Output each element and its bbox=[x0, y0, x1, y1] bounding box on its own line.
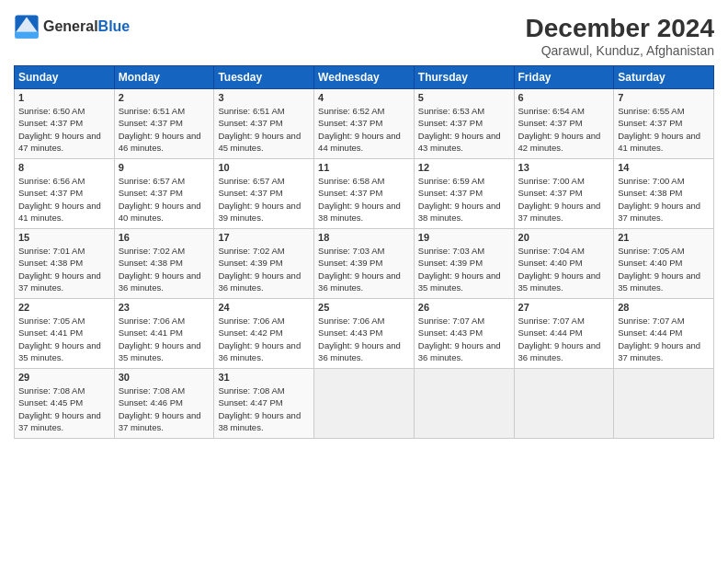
day-number: 10 bbox=[218, 162, 310, 173]
page: GeneralBlue December 2024 Qarawul, Kundu… bbox=[0, 0, 728, 563]
day-info: Sunrise: 7:07 AMSunset: 4:43 PMDaylight:… bbox=[418, 315, 510, 363]
table-row: 21Sunrise: 7:05 AMSunset: 4:40 PMDayligh… bbox=[614, 229, 714, 299]
month-year: December 2024 bbox=[526, 14, 714, 43]
day-info: Sunrise: 7:08 AMSunset: 4:47 PMDaylight:… bbox=[218, 385, 310, 433]
table-row: 7Sunrise: 6:55 AMSunset: 4:37 PMDaylight… bbox=[614, 89, 714, 159]
table-row: 4Sunrise: 6:52 AMSunset: 4:37 PMDaylight… bbox=[314, 89, 415, 159]
col-monday: Monday bbox=[114, 66, 214, 89]
day-info: Sunrise: 6:59 AMSunset: 4:37 PMDaylight:… bbox=[418, 175, 510, 224]
table-row bbox=[614, 369, 714, 439]
table-row bbox=[514, 369, 614, 439]
table-row: 28Sunrise: 7:07 AMSunset: 4:44 PMDayligh… bbox=[614, 299, 714, 369]
table-row: 17Sunrise: 7:02 AMSunset: 4:39 PMDayligh… bbox=[214, 229, 314, 299]
day-number: 7 bbox=[618, 92, 710, 103]
calendar-week-2: 8Sunrise: 6:56 AMSunset: 4:37 PMDaylight… bbox=[15, 159, 714, 229]
table-row: 31Sunrise: 7:08 AMSunset: 4:47 PMDayligh… bbox=[214, 369, 314, 439]
day-info: Sunrise: 7:08 AMSunset: 4:45 PMDaylight:… bbox=[18, 385, 110, 433]
day-info: Sunrise: 7:03 AMSunset: 4:39 PMDaylight:… bbox=[318, 245, 410, 293]
logo: GeneralBlue bbox=[14, 14, 130, 40]
logo-general: General bbox=[43, 18, 98, 34]
svg-rect-2 bbox=[15, 32, 38, 39]
day-info: Sunrise: 6:54 AMSunset: 4:37 PMDaylight:… bbox=[518, 105, 610, 154]
table-row: 1Sunrise: 6:50 AMSunset: 4:37 PMDaylight… bbox=[15, 89, 115, 159]
table-row: 13Sunrise: 7:00 AMSunset: 4:37 PMDayligh… bbox=[514, 159, 614, 229]
col-friday: Friday bbox=[514, 66, 614, 89]
day-info: Sunrise: 6:56 AMSunset: 4:37 PMDaylight:… bbox=[18, 175, 110, 224]
day-info: Sunrise: 6:51 AMSunset: 4:37 PMDaylight:… bbox=[119, 105, 210, 154]
title-block: December 2024 Qarawul, Kunduz, Afghanist… bbox=[526, 14, 714, 58]
table-row: 29Sunrise: 7:08 AMSunset: 4:45 PMDayligh… bbox=[15, 369, 115, 439]
col-tuesday: Tuesday bbox=[214, 66, 314, 89]
table-row: 16Sunrise: 7:02 AMSunset: 4:38 PMDayligh… bbox=[114, 229, 214, 299]
day-info: Sunrise: 6:57 AMSunset: 4:37 PMDaylight:… bbox=[218, 175, 310, 224]
table-row: 3Sunrise: 6:51 AMSunset: 4:37 PMDaylight… bbox=[214, 89, 314, 159]
day-number: 14 bbox=[618, 162, 710, 173]
table-row: 22Sunrise: 7:05 AMSunset: 4:41 PMDayligh… bbox=[15, 299, 115, 369]
day-info: Sunrise: 7:06 AMSunset: 4:42 PMDaylight:… bbox=[218, 315, 310, 363]
logo-icon bbox=[14, 14, 40, 40]
day-info: Sunrise: 7:01 AMSunset: 4:38 PMDaylight:… bbox=[18, 245, 110, 293]
day-number: 26 bbox=[418, 302, 510, 313]
table-row: 10Sunrise: 6:57 AMSunset: 4:37 PMDayligh… bbox=[214, 159, 314, 229]
location: Qarawul, Kunduz, Afghanistan bbox=[526, 43, 714, 58]
day-number: 11 bbox=[318, 162, 410, 173]
day-number: 6 bbox=[518, 92, 610, 103]
day-number: 4 bbox=[318, 92, 410, 103]
day-info: Sunrise: 7:08 AMSunset: 4:46 PMDaylight:… bbox=[119, 385, 210, 433]
calendar-week-3: 15Sunrise: 7:01 AMSunset: 4:38 PMDayligh… bbox=[15, 229, 714, 299]
table-row: 20Sunrise: 7:04 AMSunset: 4:40 PMDayligh… bbox=[514, 229, 614, 299]
day-number: 8 bbox=[18, 162, 110, 173]
day-number: 22 bbox=[18, 302, 110, 313]
col-thursday: Thursday bbox=[414, 66, 514, 89]
calendar-table: Sunday Monday Tuesday Wednesday Thursday… bbox=[14, 65, 714, 439]
day-number: 5 bbox=[418, 92, 510, 103]
day-number: 28 bbox=[618, 302, 710, 313]
day-number: 1 bbox=[18, 92, 110, 103]
day-number: 17 bbox=[218, 232, 310, 243]
table-row: 5Sunrise: 6:53 AMSunset: 4:37 PMDaylight… bbox=[414, 89, 514, 159]
day-info: Sunrise: 6:51 AMSunset: 4:37 PMDaylight:… bbox=[218, 105, 310, 154]
table-row: 15Sunrise: 7:01 AMSunset: 4:38 PMDayligh… bbox=[15, 229, 115, 299]
day-number: 24 bbox=[218, 302, 310, 313]
day-info: Sunrise: 7:05 AMSunset: 4:40 PMDaylight:… bbox=[618, 245, 710, 293]
day-info: Sunrise: 7:07 AMSunset: 4:44 PMDaylight:… bbox=[618, 315, 710, 363]
table-row bbox=[314, 369, 415, 439]
day-info: Sunrise: 6:55 AMSunset: 4:37 PMDaylight:… bbox=[618, 105, 710, 154]
day-number: 12 bbox=[418, 162, 510, 173]
day-info: Sunrise: 6:53 AMSunset: 4:37 PMDaylight:… bbox=[418, 105, 510, 154]
day-number: 15 bbox=[18, 232, 110, 243]
day-number: 19 bbox=[418, 232, 510, 243]
day-number: 20 bbox=[518, 232, 610, 243]
day-info: Sunrise: 7:03 AMSunset: 4:39 PMDaylight:… bbox=[418, 245, 510, 293]
day-info: Sunrise: 7:06 AMSunset: 4:41 PMDaylight:… bbox=[119, 315, 210, 363]
day-info: Sunrise: 7:05 AMSunset: 4:41 PMDaylight:… bbox=[18, 315, 110, 363]
table-row: 24Sunrise: 7:06 AMSunset: 4:42 PMDayligh… bbox=[214, 299, 314, 369]
table-row: 27Sunrise: 7:07 AMSunset: 4:44 PMDayligh… bbox=[514, 299, 614, 369]
table-row: 23Sunrise: 7:06 AMSunset: 4:41 PMDayligh… bbox=[114, 299, 214, 369]
day-number: 13 bbox=[518, 162, 610, 173]
header-row: Sunday Monday Tuesday Wednesday Thursday… bbox=[15, 66, 714, 89]
day-info: Sunrise: 7:00 AMSunset: 4:37 PMDaylight:… bbox=[518, 175, 610, 224]
day-number: 23 bbox=[119, 302, 210, 313]
day-info: Sunrise: 7:04 AMSunset: 4:40 PMDaylight:… bbox=[518, 245, 610, 293]
col-sunday: Sunday bbox=[15, 66, 115, 89]
day-number: 18 bbox=[318, 232, 410, 243]
day-number: 21 bbox=[618, 232, 710, 243]
table-row: 14Sunrise: 7:00 AMSunset: 4:38 PMDayligh… bbox=[614, 159, 714, 229]
calendar-week-5: 29Sunrise: 7:08 AMSunset: 4:45 PMDayligh… bbox=[15, 369, 714, 439]
day-number: 30 bbox=[119, 372, 210, 383]
table-row: 19Sunrise: 7:03 AMSunset: 4:39 PMDayligh… bbox=[414, 229, 514, 299]
col-wednesday: Wednesday bbox=[314, 66, 415, 89]
day-info: Sunrise: 7:02 AMSunset: 4:39 PMDaylight:… bbox=[218, 245, 310, 293]
table-row: 30Sunrise: 7:08 AMSunset: 4:46 PMDayligh… bbox=[114, 369, 214, 439]
day-number: 29 bbox=[18, 372, 110, 383]
table-row: 26Sunrise: 7:07 AMSunset: 4:43 PMDayligh… bbox=[414, 299, 514, 369]
table-row: 8Sunrise: 6:56 AMSunset: 4:37 PMDaylight… bbox=[15, 159, 115, 229]
table-row: 25Sunrise: 7:06 AMSunset: 4:43 PMDayligh… bbox=[314, 299, 415, 369]
day-info: Sunrise: 7:02 AMSunset: 4:38 PMDaylight:… bbox=[119, 245, 210, 293]
day-info: Sunrise: 6:50 AMSunset: 4:37 PMDaylight:… bbox=[18, 105, 110, 154]
header: GeneralBlue December 2024 Qarawul, Kundu… bbox=[14, 14, 714, 58]
calendar-week-1: 1Sunrise: 6:50 AMSunset: 4:37 PMDaylight… bbox=[15, 89, 714, 159]
table-row: 6Sunrise: 6:54 AMSunset: 4:37 PMDaylight… bbox=[514, 89, 614, 159]
table-row: 9Sunrise: 6:57 AMSunset: 4:37 PMDaylight… bbox=[114, 159, 214, 229]
